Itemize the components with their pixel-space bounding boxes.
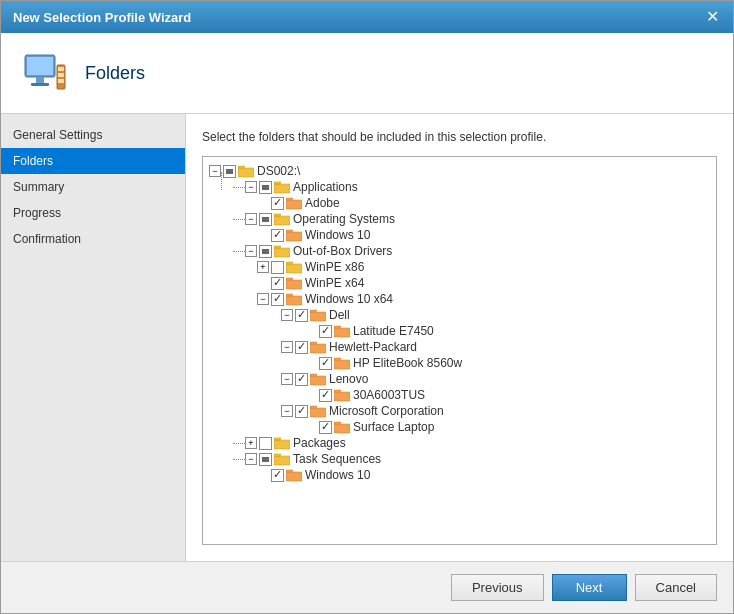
checkbox-taskseq[interactable] [259,453,272,466]
label-dell: Dell [329,308,350,322]
tree-row-win10-os: Windows 10 [209,227,710,243]
label-adobe: Adobe [305,196,340,210]
close-button[interactable]: ✕ [704,9,721,25]
checkbox-dell[interactable] [295,309,308,322]
tree-row-oob: − Out-of-Box Drivers [209,243,710,259]
content-area: Select the folders that should be includ… [186,114,733,561]
expander-packages[interactable]: + [245,437,257,449]
expander-applications[interactable]: − [245,181,257,193]
checkbox-os[interactable] [259,213,272,226]
expander-hp[interactable]: − [281,341,293,353]
tree-row-win10-x64: − Windows 10 x64 [209,291,710,307]
tree-row-dell: − Dell [209,307,710,323]
expander-lenovo[interactable]: − [281,373,293,385]
folder-icon-packages [274,437,290,450]
label-hp: Hewlett-Packard [329,340,417,354]
folder-icon-winpe-x86 [286,261,302,274]
tree-row-30a6: 30A6003TUS [209,387,710,403]
svg-rect-2 [36,77,44,83]
folder-icon-applications [274,181,290,194]
svg-rect-1 [27,57,53,75]
tree-row-root: − DS002:\ [209,163,710,179]
dialog-content: Folders General Settings Folders Summary… [1,33,733,613]
expander-os[interactable]: − [245,213,257,225]
expander-dell[interactable]: − [281,309,293,321]
tree-row-latitude: Latitude E7450 [209,323,710,339]
sidebar-item-confirmation[interactable]: Confirmation [1,226,185,252]
header-section: Folders [1,33,733,114]
expander-taskseq[interactable]: − [245,453,257,465]
tree-row-adobe: Adobe [209,195,710,211]
label-oob: Out-of-Box Drivers [293,244,392,258]
label-lenovo: Lenovo [329,372,368,386]
main-area: General Settings Folders Summary Progres… [1,114,733,561]
label-win10-taskseq: Windows 10 [305,468,370,482]
label-hp-elite: HP EliteBook 8560w [353,356,462,370]
folder-icon-root [238,165,254,178]
folder-icon-lenovo [310,373,326,386]
svg-rect-5 [58,67,64,71]
expander-oob[interactable]: − [245,245,257,257]
checkbox-30a6[interactable] [319,389,332,402]
dialog-title: New Selection Profile Wizard [13,10,191,25]
tree-row-surface: Surface Laptop [209,419,710,435]
sidebar-item-summary[interactable]: Summary [1,174,185,200]
tree-row-winpe-x86: + WinPE x86 [209,259,710,275]
tree-row-winpe-x64: WinPE x64 [209,275,710,291]
tree-row-lenovo: − Lenovo [209,371,710,387]
tree-row-hp-elite: HP EliteBook 8560w [209,355,710,371]
sidebar-item-progress[interactable]: Progress [1,200,185,226]
checkbox-adobe[interactable] [271,197,284,210]
checkbox-root[interactable] [223,165,236,178]
tree-container[interactable]: − DS002:\ − [202,156,717,545]
checkbox-latitude[interactable] [319,325,332,338]
label-applications: Applications [293,180,358,194]
folder-icon-win10-x64 [286,293,302,306]
next-button[interactable]: Next [552,574,627,601]
folder-icon-adobe [286,197,302,210]
checkbox-lenovo[interactable] [295,373,308,386]
checkbox-win10-os[interactable] [271,229,284,242]
expander-winpe-x86[interactable]: + [257,261,269,273]
checkbox-microsoft[interactable] [295,405,308,418]
folder-icon-winpe-x64 [286,277,302,290]
cancel-button[interactable]: Cancel [635,574,717,601]
sidebar: General Settings Folders Summary Progres… [1,114,186,561]
folder-icon-oob [274,245,290,258]
header-icon [21,49,69,97]
expander-microsoft[interactable]: − [281,405,293,417]
tree-row-packages: + Packages [209,435,710,451]
folder-icon-surface [334,421,350,434]
checkbox-hp-elite[interactable] [319,357,332,370]
label-microsoft: Microsoft Corporation [329,404,444,418]
label-taskseq: Task Sequences [293,452,381,466]
tree-row-taskseq: − Task Sequences [209,451,710,467]
header-title: Folders [85,63,145,84]
folder-icon-taskseq [274,453,290,466]
label-win10-x64: Windows 10 x64 [305,292,393,306]
checkbox-win10-taskseq[interactable] [271,469,284,482]
checkbox-winpe-x86[interactable] [271,261,284,274]
tree-row-os: − Operating Systems [209,211,710,227]
folder-icon-30a6 [334,389,350,402]
label-winpe-x64: WinPE x64 [305,276,364,290]
checkbox-winpe-x64[interactable] [271,277,284,290]
label-packages: Packages [293,436,346,450]
folder-icon-latitude [334,325,350,338]
checkbox-oob[interactable] [259,245,272,258]
folder-icon-win10-taskseq [286,469,302,482]
expander-win10-x64[interactable]: − [257,293,269,305]
sidebar-item-folders[interactable]: Folders [1,148,185,174]
svg-rect-6 [58,73,64,77]
expander-root[interactable]: − [209,165,221,177]
folder-icon-os [274,213,290,226]
checkbox-hp[interactable] [295,341,308,354]
content-description: Select the folders that should be includ… [202,130,717,144]
checkbox-packages[interactable] [259,437,272,450]
checkbox-win10-x64[interactable] [271,293,284,306]
sidebar-item-general-settings[interactable]: General Settings [1,122,185,148]
checkbox-surface[interactable] [319,421,332,434]
checkbox-applications[interactable] [259,181,272,194]
label-surface: Surface Laptop [353,420,434,434]
previous-button[interactable]: Previous [451,574,544,601]
